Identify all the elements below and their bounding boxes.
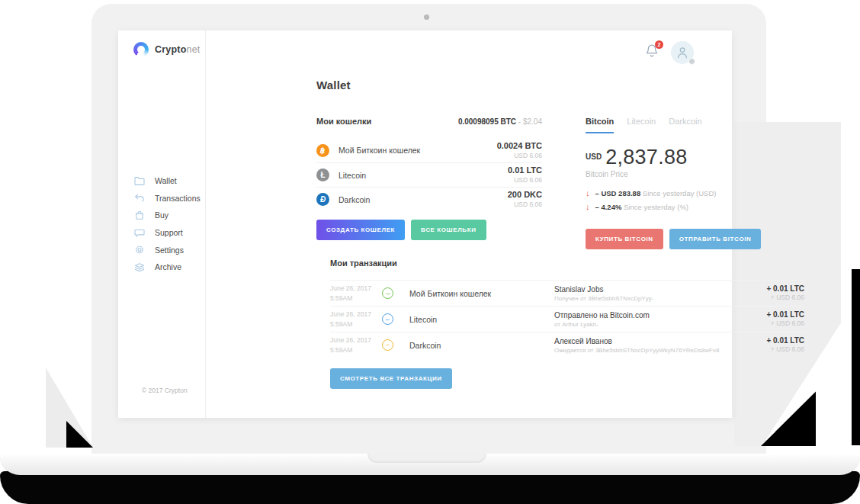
wallet-usd: USD 6.06	[508, 201, 542, 209]
curl-dark-strip-right	[852, 269, 860, 445]
laptop-base-shadow	[0, 471, 860, 504]
sidebar-item-label: Wallet	[155, 176, 177, 185]
view-all-transactions-button[interactable]: СМОТРЕТЬ ВСЕ ТРАНЗАКЦИИ	[330, 368, 452, 389]
wallet-amount: 200 DKC	[508, 190, 542, 201]
change-row-usd: ↓ – USD 283.88 Since yesterday (USD)	[586, 188, 791, 202]
create-wallet-button[interactable]: СОЗДАТЬ КОШЕЛЕК	[316, 220, 405, 240]
wallet-name: Darkcoin	[339, 195, 370, 204]
profile-status-dot	[688, 58, 695, 65]
transaction-wallet: Darkcoin	[409, 341, 554, 350]
transaction-row[interactable]: June 26, 20175:59AM − Darkcoin Алексей И…	[330, 332, 804, 358]
wallet-row-litecoin[interactable]: Ł Litecoin 0.01 LTCUSD 6.06	[316, 162, 542, 187]
all-wallets-button[interactable]: ВСЕ КОШЕЛЬКИ	[411, 220, 486, 240]
sidebar-item-label: Settings	[155, 246, 184, 255]
wallet-amount: 0.01 LTC	[508, 165, 542, 176]
sidebar-item-label: Support	[155, 228, 183, 237]
outgoing-arrow-icon: ←	[382, 313, 393, 325]
price-value: 2,837.88	[605, 146, 688, 169]
incoming-arrow-icon: →	[382, 287, 393, 299]
sidebar-item-label: Buy	[155, 210, 168, 220]
transaction-date: June 26, 20175:59AM	[330, 310, 382, 329]
transactions-title: Мои транзакции	[330, 258, 397, 268]
buy-bitcoin-button[interactable]: КУПИТЬ BITCOIN	[586, 229, 663, 249]
buy-icon	[134, 210, 145, 220]
transaction-date: June 26, 20175:59AM	[330, 335, 382, 355]
transactions-table: June 26, 20175:59AM → Мой Биткоин кошеле…	[330, 280, 804, 358]
wallet-icon	[134, 176, 145, 186]
price-tabs: Bitcoin Litecoin Darkcoin	[586, 117, 791, 133]
settings-icon	[134, 245, 145, 255]
brand-logo[interactable]: Cryptonet	[133, 42, 200, 57]
price-caption: Bitcoin Price	[586, 170, 791, 178]
transaction-row[interactable]: June 26, 20175:59AM ← Litecoin Отправлен…	[330, 306, 804, 332]
transactions-section: Мои транзакции June 26, 20175:59AM → Мой…	[316, 255, 804, 389]
sidebar-item-buy[interactable]: Buy	[134, 207, 201, 224]
header-actions: 2	[645, 41, 694, 64]
tab-bitcoin[interactable]: Bitcoin	[586, 117, 614, 133]
transaction-wallet: Litecoin	[409, 315, 554, 324]
transaction-date: June 26, 20175:59AM	[330, 284, 382, 303]
archive-icon	[134, 262, 145, 272]
tab-darkcoin[interactable]: Darkcoin	[669, 117, 701, 133]
main-content: 2 Wallet Мои кошелки 0.00098095 BTC - $2…	[206, 30, 732, 418]
transaction-details: Отправлено на Bitcoin.comот Arthur Lyakh…	[554, 310, 766, 328]
page-title: Wallet	[316, 79, 351, 91]
curl-dark-triangle-left	[66, 421, 93, 448]
sidebar-menu: Wallet Transactions Buy Support Settings	[134, 172, 201, 276]
laptop-lid-notch	[367, 454, 486, 463]
transaction-details: Алексей ИвановОжидается от 3Bhe5sbhSTNxc…	[554, 336, 766, 354]
darkcoin-icon: Ð	[316, 193, 329, 206]
transaction-row[interactable]: June 26, 20175:59AM → Мой Биткоин кошеле…	[330, 280, 804, 306]
brand-name: Cryptonet	[155, 44, 200, 55]
laptop-mockup: Cryptonet Wallet Transactions Buy Supp	[0, 0, 860, 504]
wallet-usd: USD 6.06	[497, 152, 542, 160]
litecoin-icon: Ł	[316, 169, 329, 181]
notification-badge: 2	[655, 40, 663, 49]
sidebar-item-transactions[interactable]: Transactions	[134, 190, 201, 207]
wallets-section: Мои кошелки 0.00098095 BTC - $2.04 ฿ Мой…	[316, 117, 542, 240]
sidebar-item-settings[interactable]: Settings	[134, 241, 201, 258]
webcam-dot	[424, 14, 429, 20]
wallet-row-darkcoin[interactable]: Ð Darkcoin 200 DKCUSD 6.06	[316, 187, 542, 211]
change-value: – 4.24%	[595, 203, 622, 211]
pending-minus-icon: −	[382, 339, 393, 351]
cryptonet-logo-icon	[133, 42, 149, 57]
price-changes: ↓ – USD 283.88 Since yesterday (USD) ↓ –…	[586, 188, 791, 216]
transaction-wallet: Мой Биткоин кошелек	[409, 289, 554, 298]
sidebar-item-archive[interactable]: Archive	[134, 258, 201, 276]
tab-litecoin[interactable]: Litecoin	[627, 117, 656, 133]
wallets-total: 0.00098095 BTC - $2.04	[458, 117, 542, 126]
sidebar-item-wallet[interactable]: Wallet	[134, 172, 201, 190]
app-window: Cryptonet Wallet Transactions Buy Supp	[118, 30, 732, 418]
transactions-icon	[134, 193, 145, 203]
sidebar-item-support[interactable]: Support	[134, 224, 201, 242]
notifications-button[interactable]: 2	[645, 43, 660, 62]
wallet-usd: USD 6.06	[508, 176, 542, 185]
change-value: – USD 283.88	[595, 189, 641, 197]
copyright-text: © 2017 Crypton	[142, 387, 188, 394]
change-row-percent: ↓ – 4.24% Since yesterday (%)	[586, 202, 791, 216]
sidebar-item-label: Transactions	[155, 194, 201, 203]
wallet-name: Litecoin	[339, 171, 366, 180]
wallets-title: Мои кошелки	[316, 117, 371, 126]
transaction-details: Stanislav JobsПолучен от 3Bhe5sbhSTNxcDp…	[554, 284, 766, 302]
user-icon	[677, 47, 688, 59]
transaction-amount: + 0.01 LTC+ USD 6.06	[766, 310, 804, 328]
price-panel: Bitcoin Litecoin Darkcoin USD 2,837.88 B…	[586, 117, 791, 249]
sidebar: Cryptonet Wallet Transactions Buy Supp	[118, 30, 206, 418]
bitcoin-icon: ฿	[316, 144, 329, 157]
wallet-list: ฿ Мой Биткоин кошелек 0.0024 BTCUSD 6.06…	[316, 138, 542, 211]
profile-button[interactable]	[671, 41, 694, 64]
wallets-total-btc: 0.00098095 BTC	[458, 117, 516, 126]
transaction-amount: + 0.01 LTC+ USD 6.06	[766, 335, 804, 354]
support-icon	[134, 228, 145, 238]
down-arrow-icon: ↓	[586, 202, 590, 211]
change-caption: Since yesterday (%)	[624, 203, 688, 211]
wallet-amount: 0.0024 BTC	[497, 141, 542, 152]
send-bitcoin-button[interactable]: ОТПРАВИТЬ BITCOIN	[669, 229, 762, 249]
transaction-amount: + 0.01 LTC+ USD 6.06	[766, 284, 804, 302]
wallet-name: Мой Биткоин кошелек	[339, 146, 420, 155]
sidebar-item-label: Archive	[155, 262, 181, 271]
wallet-row-bitcoin[interactable]: ฿ Мой Биткоин кошелек 0.0024 BTCUSD 6.06	[316, 138, 542, 162]
price-currency: USD	[586, 152, 602, 161]
